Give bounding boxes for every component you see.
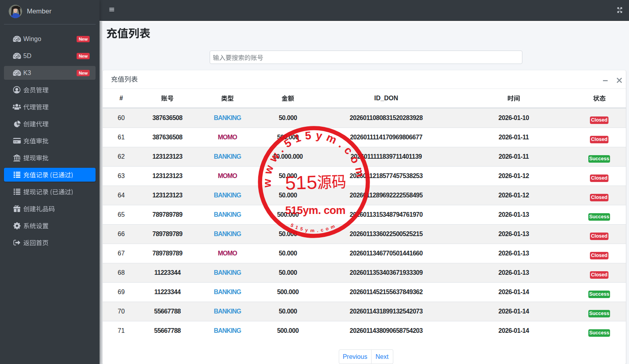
svg-text:515ym. com: 515ym. com bbox=[285, 204, 345, 216]
svg-text:515: 515 bbox=[285, 172, 317, 194]
